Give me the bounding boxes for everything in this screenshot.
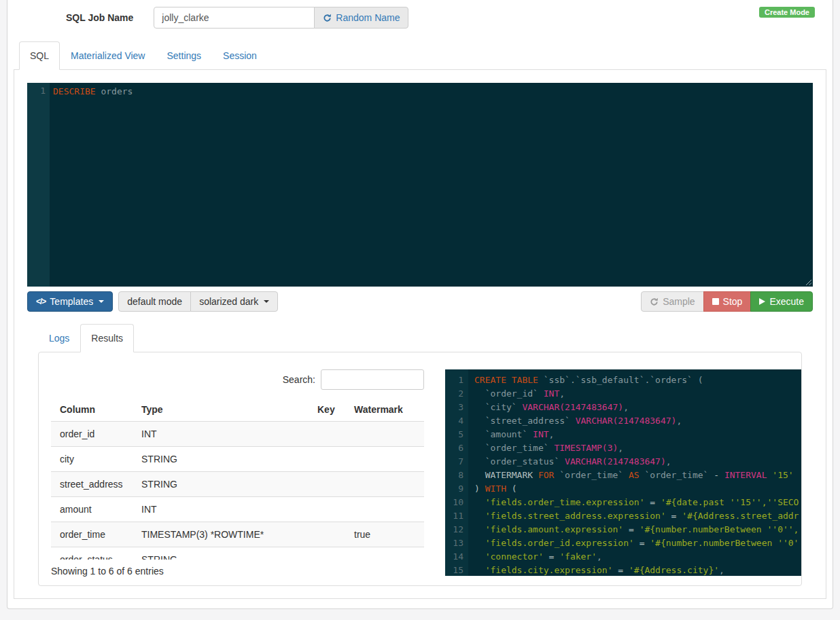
- ddl-code: CREATE TABLE `ssb`.`ssb_default`.`orders…: [468, 373, 703, 387]
- table-cell: [345, 422, 424, 447]
- ddl-line: 4 `street_address` VARCHAR(2147483647),: [445, 414, 801, 428]
- search-label: Search:: [283, 374, 315, 385]
- tab-sql[interactable]: SQL: [19, 41, 60, 70]
- ddl-line: 9) WITH (: [445, 482, 801, 496]
- table-cell: TIMESTAMP(3) *ROWTIME*: [133, 522, 309, 547]
- tab-settings[interactable]: Settings: [156, 41, 212, 70]
- results-table: Column Type Key Watermark order_idINTcit…: [51, 399, 424, 560]
- ddl-code: `city` VARCHAR(2147483647),: [468, 401, 629, 414]
- templates-dropdown-button[interactable]: </> Templates: [27, 291, 113, 312]
- table-cell: order_id: [51, 422, 133, 447]
- results-table-clip: Column Type Key Watermark order_idINTcit…: [51, 399, 424, 560]
- line-number: 6: [445, 441, 468, 455]
- table-header-row: Column Type Key Watermark: [51, 399, 424, 422]
- table-cell: [345, 472, 424, 497]
- ddl-lines: 1CREATE TABLE `ssb`.`ssb_default`.`order…: [445, 373, 801, 576]
- table-cell: city: [51, 447, 133, 472]
- ddl-line: 8 WATERMARK FOR `order_time` AS `order_t…: [445, 469, 801, 482]
- refresh-icon: [650, 297, 659, 306]
- ddl-code: `order_status` VARCHAR(2147483647),: [468, 455, 671, 469]
- ddl-line: 7 `order_status` VARCHAR(2147483647),: [445, 455, 801, 469]
- ddl-code: 'fields.city.expression' = '#{Address.ci…: [468, 564, 724, 576]
- job-editor-card: SQL Job Name Random Name Create Mode SQL…: [7, 0, 833, 609]
- create-mode-badge: Create Mode: [759, 7, 815, 18]
- line-number: 9: [445, 482, 468, 496]
- table-cell: order_status: [51, 547, 133, 560]
- random-name-button[interactable]: Random Name: [314, 7, 408, 29]
- table-row: citySTRING: [51, 447, 424, 472]
- line-number: 13: [445, 536, 468, 550]
- sample-button[interactable]: Sample: [641, 291, 703, 312]
- job-name-input[interactable]: [154, 7, 315, 29]
- table-cell: [345, 447, 424, 472]
- tab-results[interactable]: Results: [80, 324, 134, 352]
- line-number: 8: [445, 469, 468, 482]
- ddl-code: 'fields.street_address.expression' = '#{…: [468, 509, 799, 523]
- search-input[interactable]: [321, 369, 424, 390]
- table-cell: [309, 547, 345, 560]
- sql-tab-pane: 1 DESCRIBE orders </> Templates default …: [14, 70, 826, 599]
- job-name-row: SQL Job Name Random Name: [7, 0, 833, 29]
- main-tabs-wrap: SQL Materialized View Settings Session 1…: [14, 41, 826, 599]
- table-cell: [309, 522, 345, 547]
- table-cell: [309, 472, 345, 497]
- ddl-line: 6 `order_time` TIMESTAMP(3),: [445, 441, 801, 455]
- ddl-line: 11 'fields.street_address.expression' = …: [445, 509, 801, 523]
- ddl-line: 5 `amount` INT,: [445, 428, 801, 441]
- table-cell: [345, 547, 424, 560]
- key-header[interactable]: Key: [309, 399, 345, 422]
- stop-label: Stop: [723, 297, 743, 306]
- ddl-code: 'fields.order_time.expression' = '#{date…: [468, 496, 799, 509]
- table-cell: true: [345, 522, 424, 547]
- table-cell: [309, 422, 345, 447]
- type-header[interactable]: Type: [133, 399, 309, 422]
- ddl-code: `order_id` INT,: [468, 387, 565, 401]
- editor-line-code: DESCRIBE orders: [50, 83, 813, 97]
- ddl-line: 12 'fields.amount.expression' = '#{numbe…: [445, 523, 801, 536]
- ddl-code: `amount` INT,: [468, 428, 554, 441]
- tab-logs[interactable]: Logs: [38, 324, 80, 352]
- line-number: 15: [445, 564, 468, 576]
- ddl-code: WATERMARK FOR `order_time` AS `order_tim…: [468, 469, 794, 482]
- line-number: 5: [445, 428, 468, 441]
- table-cell: amount: [51, 497, 133, 522]
- ddl-code-panel[interactable]: 1CREATE TABLE `ssb`.`ssb_default`.`order…: [445, 369, 801, 576]
- chevron-down-icon: [99, 300, 104, 303]
- ddl-line: 2 `order_id` INT,: [445, 387, 801, 401]
- results-panel: Search: Column Type Key Watermark: [38, 352, 802, 586]
- table-row: street_addressSTRING: [51, 472, 424, 497]
- job-name-label: SQL Job Name: [66, 7, 133, 29]
- sql-editor[interactable]: 1 DESCRIBE orders: [27, 83, 813, 287]
- execute-group: Sample Stop Execute: [641, 291, 813, 312]
- execute-label: Execute: [769, 297, 804, 306]
- execute-button[interactable]: Execute: [750, 291, 813, 312]
- ddl-code: ) WITH (: [468, 482, 517, 496]
- tab-session[interactable]: Session: [212, 41, 268, 70]
- table-row: order_idINT: [51, 422, 424, 447]
- line-number: 14: [445, 550, 468, 564]
- results-table-area: Search: Column Type Key Watermark: [51, 369, 424, 585]
- watermark-header[interactable]: Watermark: [345, 399, 424, 422]
- search-row: Search:: [51, 369, 424, 390]
- line-number: 7: [445, 455, 468, 469]
- editor-gutter: 1: [27, 83, 50, 287]
- ddl-code: `street_address` VARCHAR(2147483647),: [468, 414, 682, 428]
- table-cell: [309, 497, 345, 522]
- ddl-code: 'fields.order_id.expression' = '#{number…: [468, 536, 799, 550]
- table-row: amountINT: [51, 497, 424, 522]
- theme-dropdown-button[interactable]: solarized dark: [190, 291, 278, 312]
- entries-summary: Showing 1 to 6 of 6 entries: [51, 566, 424, 577]
- chevron-down-icon: [264, 300, 269, 303]
- editor-resize-handle[interactable]: [803, 277, 812, 286]
- templates-label: Templates: [50, 297, 93, 306]
- line-number: 11: [445, 509, 468, 523]
- tab-materialized-view[interactable]: Materialized View: [60, 41, 156, 70]
- table-row: order_timeTIMESTAMP(3) *ROWTIME*true: [51, 522, 424, 547]
- random-name-label: Random Name: [336, 12, 400, 23]
- default-mode-button[interactable]: default mode: [118, 291, 191, 312]
- stop-button[interactable]: Stop: [703, 291, 752, 312]
- column-header[interactable]: Column: [51, 399, 133, 422]
- table-cell: street_address: [51, 472, 133, 497]
- line-number: 10: [445, 496, 468, 509]
- table-cell: STRING: [133, 472, 309, 497]
